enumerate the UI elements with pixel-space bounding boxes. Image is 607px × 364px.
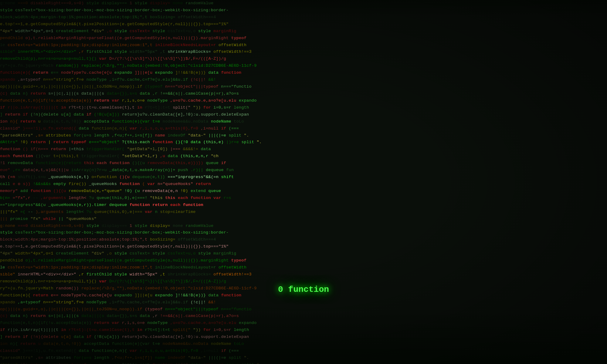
code-line: function(e){ return e== nodeType?u.cache… xyxy=(0,69,607,76)
code-line: pendChild o),t.reliableMarginRight=parse… xyxy=(0,35,607,42)
code-line: th (=n shift(),s=u _queueHooks(e,t) o=fu… xyxy=(0,174,607,181)
code-line: !1 removeData function(e){return this ea… xyxy=(0,160,607,167)
code-background: g:none ===0 disableRight===0,s=0) style … xyxy=(0,0,607,364)
code-line: call e o s)) !&&s&&s empty fire()) _queu… xyxy=(0,181,607,188)
code-line: block;width:4px;margin-top:1%;position:a… xyxy=(0,236,607,243)
code-line: sible" innerHTML="<div></div>" ,r firstC… xyxy=(0,271,607,278)
code-line: g:none ===0 disableRight===0,s=0) style … xyxy=(0,223,607,230)
code-line: each function (){var t=(this),t triggerH… xyxy=(0,153,607,160)
code-line: (c) data n) return s=||c|,i||(s data|||(… xyxy=(0,90,607,97)
code-line: le cssText=u+"width:1px;padding:1px;disp… xyxy=(0,42,607,49)
code-line: |||"fx" =( -- ),arguments length< ?u que… xyxy=(0,209,607,216)
code-line: xpando ,a=typeof n==="string",f=e nodeTy… xyxy=(0,76,607,83)
code-line: dAttrs" !0) return | return typeof e==="… xyxy=(0,362,607,364)
code-line: ] return if (!n){delete u[a] data if (!B… xyxy=(0,334,607,341)
code-line: op()||(u.guid++,o),||c|||(c={}),||c||_to… xyxy=(0,306,607,313)
code-line: ion n){ return u data(e,t,n,!0)} acceptD… xyxy=(0,341,607,348)
code-line: memory" add function (){(u removeData(e,… xyxy=(0,188,607,195)
code-line: "parsedAttrs" ,s= attributes for(u=s len… xyxy=(0,132,607,139)
code-line: if r||o.isArray(t)|||(t in r?t=t):(t=u.c… xyxy=(0,327,607,334)
code-line: e.top!==1,e.getComputedStyle&&(t.pixelPo… xyxy=(0,243,607,250)
code-line: if r||o.isArray(t)|||(t in r?t=t):(t=u.c… xyxy=(0,104,607,111)
code-line: sible" innerHTML="<div></div>" ,r firstC… xyxy=(0,49,607,56)
code-line: "4px" width="4px",o=1 createElement "div… xyxy=(0,250,607,257)
code-line: op()||(u.guid++,o),||c|||(c={}),||c||_to… xyxy=(0,83,607,90)
code-line: block;width:4px;margin-top:1%;position:a… xyxy=(0,14,607,21)
code-line: le cssText=u+"width:1px;padding:1px;disp… xyxy=(0,264,607,271)
code-line: removeChild(p),n=r=s=o=u=a=p=null,t}{) v… xyxy=(0,56,607,62)
code-line: "4px" width="4px",o=1 createElement "div… xyxy=(0,28,607,35)
code-line: removeChild(p),n=r=s=o=u=a=p=null,t}{) v… xyxy=(0,278,607,285)
code-line: g:none ===0 disableRight===0,s=0) style … xyxy=(0,0,607,7)
code-line: classid" }===!1),u.fn.extend({ data func… xyxy=(0,348,607,355)
code-line: =="inprogress"&&(u _queueHooks(e,r)).tim… xyxy=(0,202,607,209)
code-line: dAttrs" !0) return | return typeof e==="… xyxy=(0,139,607,146)
code-line: eue" ,r= data(e,t,u)&&(t||u isArray(n)?r… xyxy=(0,167,607,174)
code-line: ion n){ return u data(e,t,n,!0)} acceptD… xyxy=(0,118,607,125)
code-line: function(e,t,n){if(!u.acceptData(e)) ret… xyxy=(0,97,607,104)
code-line: function () if(n=== return |=this trigge… xyxy=(0,146,607,153)
highlight-text: 0 function xyxy=(278,285,329,294)
code-line: "parsedAttrs" ,s= attributes for(u=s len… xyxy=(0,355,607,362)
code-line: ] return if (!n){delete u[a] data if (!B… xyxy=(0,111,607,118)
code-line: b(n= ="fx",r -- ,arguments length< ?u qu… xyxy=(0,195,607,202)
code-line: ||| promise "fx" while || "queueHooks" xyxy=(0,216,607,223)
code-line: xpando ,a=typeof n==="string",f=e nodeTy… xyxy=(0,299,607,306)
code-line: pendChild o),t.reliableMarginRight=parse… xyxy=(0,257,607,264)
code-line: style cssText="box-sizing:border-box;-mo… xyxy=(0,229,607,236)
code-line: e.top!==1,e.getComputedStyle&&(t.pixelPo… xyxy=(0,21,607,28)
code-line: (c) data n) return s=||c|,i||(s data|||(… xyxy=(0,313,607,320)
code-line: ry"+(u.fn.jquery+Math random()) replace(… xyxy=(0,62,607,69)
code-line: function(e,t,n){if(!u.acceptData(e)) ret… xyxy=(0,320,607,327)
code-line: style cssText="box-sizing:border-box;-mo… xyxy=(0,7,607,14)
code-line: classid" }===!1),u.fn.extend({ data func… xyxy=(0,125,607,132)
